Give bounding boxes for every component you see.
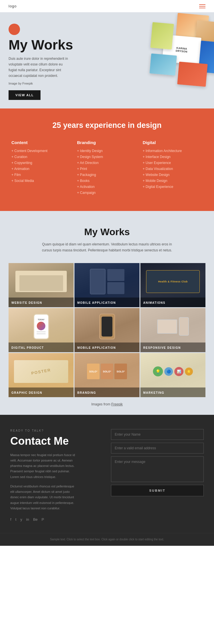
freepik-link-2[interactable]: Freepik (111, 402, 123, 406)
email-input[interactable] (111, 443, 204, 454)
content-item-6: + Social Media (11, 179, 71, 183)
branding-item-5: + Packaging (77, 173, 137, 177)
portfolio-label-graphic: GRAPHIC DESIGN (11, 391, 42, 394)
nav-logo: logo (9, 4, 17, 8)
branding-item-3: + Art Direction (77, 161, 137, 165)
contact-title: Contact Me (10, 435, 103, 447)
branding-column: Branding + Identity Design + Design Syst… (77, 140, 137, 197)
portfolio-label-mobile-app-2: MOBILE APPLICATION (77, 346, 116, 349)
portfolio-item-graphic[interactable]: GRAPHIC DESIGN POSTER (9, 353, 74, 397)
content-item-5: + Film (11, 173, 71, 177)
portfolio-label-digital: DIGITAL PRODUCT (11, 346, 44, 349)
portfolio-label-marketing: MARKETING (143, 391, 164, 394)
hero-section: My Works Duis aute irure dolor in repreh… (0, 12, 214, 108)
social-pinterest[interactable]: P (42, 517, 44, 522)
portfolio-item-mobile-app-1[interactable]: MOBILE APPLICATION (74, 263, 140, 307)
portfolio-label-website: WEBSITE DESIGN (11, 301, 42, 304)
portfolio-label-branding: BRANDING (77, 391, 96, 394)
contact-desc-1: Massa tempor nec feugiat nisl pretium fu… (10, 452, 79, 480)
works-description: Quam quisque id diam vel quam elementum.… (39, 241, 175, 253)
contact-right: SUBMIT (111, 429, 204, 522)
content-item-3: + Copywriting (11, 161, 71, 165)
social-instagram[interactable]: in (26, 517, 29, 522)
ready-label: READY TO TALK? (10, 429, 103, 432)
freepik-credit: Images from Freepik (9, 397, 205, 409)
digital-item-4: + Data Visualization (143, 167, 203, 171)
experience-columns: Content + Content Development + Curation… (11, 140, 203, 197)
branding-item-8: + Campaign (77, 191, 137, 195)
portfolio-item-animations[interactable]: ANIMATIONS Health & Fitness Club (140, 263, 205, 307)
branding-item-4: + Print (77, 167, 137, 171)
digital-heading: Digital (143, 140, 203, 145)
name-input[interactable] (111, 429, 204, 440)
contact-section: READY TO TALK? Contact Me Massa tempor n… (0, 415, 214, 533)
digital-item-2: + Interface Design (143, 155, 203, 159)
digital-item-5: + Website Design (143, 173, 203, 177)
content-item-2: + Curation (11, 155, 71, 159)
experience-section: 25 years experience in design Content + … (0, 108, 214, 211)
portfolio-label-animations: ANIMATIONS (143, 301, 165, 304)
hero-description: Duis aute irure dolor in reprehenderit i… (9, 56, 71, 79)
footer-note: Sample text. Click to select the text bo… (50, 537, 164, 542)
portfolio-item-responsive[interactable]: RESPONSIVE DESIGN (140, 308, 205, 352)
portfolio-item-branding[interactable]: BRANDING SOLO° SOLO° SOLO° (74, 353, 140, 397)
portfolio-item-digital[interactable]: DIGITAL PRODUCT TODAY (9, 308, 74, 352)
portfolio-item-mobile-app-2[interactable]: MOBILE APPLICATION (74, 308, 140, 352)
experience-title: 25 years experience in design (11, 121, 203, 130)
branding-item-6: + Books (77, 179, 137, 183)
contact-desc-2: Dictumst vestibulum rhoncus est pellente… (10, 484, 79, 511)
portfolio-label-responsive: RESPONSIVE DESIGN (143, 346, 181, 349)
branding-heading: Branding (77, 140, 137, 145)
message-input[interactable] (111, 456, 204, 482)
digital-item-1: + Information Architecture (143, 149, 203, 153)
social-behance[interactable]: Be (33, 517, 38, 522)
digital-item-7: + Digital Experience (143, 185, 203, 189)
social-youtube[interactable]: y (20, 517, 22, 522)
branding-item-7: + Activation (77, 185, 137, 189)
content-item-1: + Content Development (11, 149, 71, 153)
navbar: logo (0, 0, 214, 12)
submit-button[interactable]: SUBMIT (111, 485, 204, 496)
portfolio-item-marketing[interactable]: MARKETING 💡 🔵 📊 ⭐ (140, 353, 205, 397)
contact-left: READY TO TALK? Contact Me Massa tempor n… (10, 429, 103, 522)
portfolio-item-website[interactable]: WEBSITE DESIGN (9, 263, 74, 307)
content-column: Content + Content Development + Curation… (11, 140, 71, 197)
social-twitter[interactable]: t (15, 517, 17, 522)
digital-column: Digital + Information Architecture + Int… (143, 140, 203, 197)
social-facebook[interactable]: f (10, 517, 11, 522)
digital-item-3: + User Experience (143, 161, 203, 165)
digital-item-6: + Mobile Design (143, 179, 203, 183)
hero-images: KARINA DRYSON (110, 12, 214, 105)
branding-item-1: + Identity Design (77, 149, 137, 153)
social-links: f t y in Be P (10, 517, 103, 522)
hamburger-button[interactable] (199, 4, 205, 8)
portfolio-label-mobile-app-1: MOBILE APPLICATION (77, 301, 116, 304)
content-heading: Content (11, 140, 71, 145)
branding-item-2: + Design System (77, 155, 137, 159)
works-title: My Works (9, 226, 205, 237)
freepik-link[interactable]: Freepik (22, 82, 33, 85)
portfolio-grid: WEBSITE DESIGN MOBILE APPLICATION (9, 263, 205, 397)
works-section: My Works Quam quisque id diam vel quam e… (0, 211, 214, 415)
view-all-button[interactable]: VIEW ALL (9, 90, 41, 100)
content-item-4: + Animation (11, 167, 71, 171)
hero-circle (9, 24, 20, 35)
footer: Sample text. Click to select the text bo… (0, 533, 214, 546)
